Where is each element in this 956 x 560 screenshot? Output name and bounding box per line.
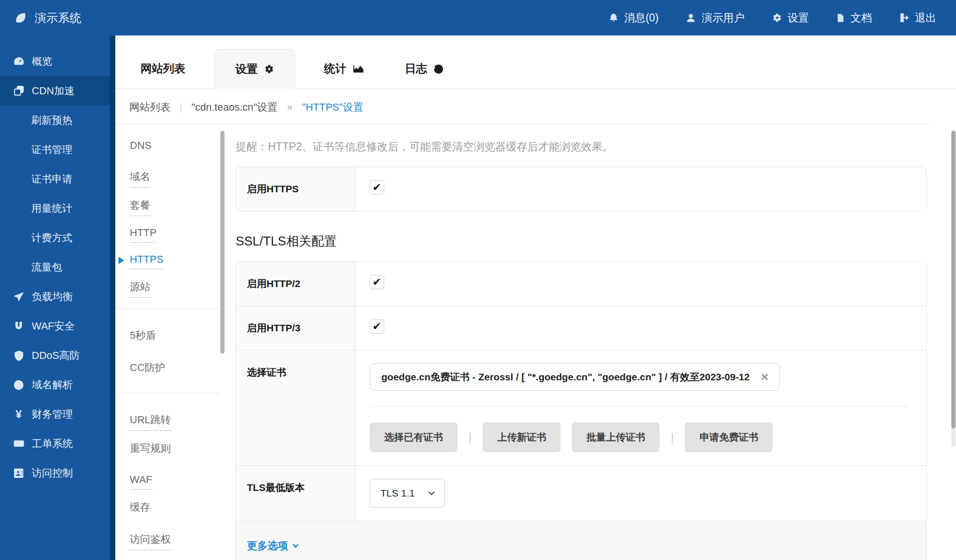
- sidebar-item-traffic-package[interactable]: 流量包: [0, 252, 110, 282]
- page-scrollbar[interactable]: [951, 131, 956, 428]
- globe-icon: [13, 379, 25, 391]
- sidebar-item-access-control[interactable]: 访问控制: [0, 458, 110, 488]
- main-content: 网站列表 设置 统计 日志 网站列表 | "cdn.teaos.cn"设置 » …: [115, 35, 956, 560]
- more-options-label: 更多选项: [247, 539, 288, 553]
- sidebar-item-cert-manage[interactable]: 证书管理: [0, 135, 110, 164]
- submenu-item-plan[interactable]: 套餐: [130, 198, 150, 216]
- submenu-item-domains[interactable]: 域名: [130, 170, 150, 188]
- logout-button[interactable]: 退出: [899, 11, 936, 25]
- checkmark-icon: ✔: [373, 320, 381, 333]
- brand[interactable]: 演示系统: [0, 10, 81, 26]
- breadcrumb: 网站列表 | "cdn.teaos.cn"设置 » "HTTPS"设置: [115, 89, 930, 125]
- submenu-item-dns[interactable]: DNS: [130, 140, 151, 155]
- submenu-item-url-redirect[interactable]: URL跳转: [130, 413, 171, 431]
- current-user-button[interactable]: 演示用户: [686, 11, 745, 25]
- sidebar-item-cdn[interactable]: CDN加速: [0, 76, 110, 105]
- sidebar-item-load-balancer[interactable]: 负载均衡: [0, 282, 110, 311]
- breadcrumb-https-settings[interactable]: "HTTPS"设置: [302, 100, 364, 114]
- submenu-item-5s-shield[interactable]: 5秒盾: [130, 329, 156, 346]
- tls-version-select[interactable]: TLS 1.1: [370, 479, 445, 508]
- submenu-item-origin[interactable]: 源站: [130, 280, 150, 298]
- https-settings-form: 提醒：HTTP2、证书等信息修改后，可能需要清空浏览器缓存后才能浏览效果。 启用…: [236, 123, 927, 560]
- sidebar-item-tickets[interactable]: 工单系统: [0, 429, 110, 458]
- logout-label: 退出: [915, 11, 936, 25]
- enable-https-row: 启用HTTPS ✔: [236, 167, 926, 211]
- magnet-icon: [13, 321, 25, 332]
- submenu-item-http[interactable]: HTTP: [130, 227, 156, 243]
- sidebar-item-cert-apply[interactable]: 证书申请: [0, 164, 110, 194]
- http3-value: ✔: [356, 306, 926, 350]
- page-scrollbar-track[interactable]: [951, 428, 956, 446]
- submenu-item-waf[interactable]: WAF: [130, 474, 152, 490]
- sidebar: 概览 CDN加速 刷新预热 证书管理 证书申请 用量统计 计费方式 流量包 负载…: [0, 35, 115, 560]
- cert-row: 选择证书 goedge.cn免费证书 - Zerossl / [ "*.goed…: [236, 350, 926, 465]
- http3-checkbox[interactable]: ✔: [370, 319, 384, 334]
- http2-row: 启用HTTP/2 ✔: [236, 262, 926, 306]
- breadcrumb-site-list[interactable]: 网站列表: [129, 100, 170, 114]
- cert-label: 选择证书: [236, 350, 356, 465]
- sidebar-item-waf[interactable]: WAF安全: [0, 311, 110, 341]
- select-existing-cert-button[interactable]: 选择已有证书: [370, 422, 457, 452]
- breadcrumb-site-settings[interactable]: "cdn.teaos.cn"设置: [191, 100, 277, 114]
- messages-button[interactable]: 消息(0): [609, 11, 659, 25]
- ticket-icon: [13, 438, 25, 449]
- submenu-item-https[interactable]: HTTPS: [130, 253, 163, 269]
- batch-upload-cert-button[interactable]: 批量上传证书: [572, 422, 660, 452]
- sidebar-item-label: 流量包: [31, 260, 62, 274]
- chevron-down-icon: [428, 491, 435, 496]
- leaf-logo-icon: [14, 12, 27, 24]
- more-options-link[interactable]: 更多选项: [247, 539, 299, 553]
- sidebar-item-overview[interactable]: 概览: [0, 47, 110, 76]
- submenu-item-auth[interactable]: 访问鉴权: [130, 532, 171, 550]
- sidebar-item-ddos[interactable]: DDoS高防: [0, 341, 110, 370]
- tls-label: TLS最低版本: [236, 466, 356, 521]
- sidebar-item-purge[interactable]: 刷新预热: [0, 105, 110, 135]
- enable-https-checkbox[interactable]: ✔: [370, 180, 384, 195]
- tab-label: 网站列表: [141, 61, 185, 76]
- bell-icon: [609, 13, 619, 23]
- brand-label: 演示系统: [35, 10, 81, 26]
- cert-button-row: 选择已有证书 | 上传新证书 批量上传证书 | 申请免费证书: [370, 422, 907, 452]
- cdn-icon: [13, 85, 25, 97]
- tab-settings[interactable]: 设置: [214, 49, 295, 89]
- docs-label: 文档: [851, 11, 872, 25]
- submenu-item-cc-protect[interactable]: CC防护: [130, 361, 165, 378]
- certificate-chip[interactable]: goedge.cn免费证书 - Zerossl / [ "*.goedge.cn…: [370, 364, 780, 391]
- http3-row: 启用HTTP/3 ✔: [236, 306, 926, 350]
- breadcrumb-pipe: |: [180, 102, 182, 113]
- topbar-menu: 消息(0) 演示用户 设置 文档 退出: [609, 11, 956, 25]
- apply-free-cert-button[interactable]: 申请免费证书: [685, 422, 773, 452]
- sidebar-item-finance[interactable]: ¥ 财务管理: [0, 399, 110, 429]
- remove-certificate-icon[interactable]: ×: [761, 372, 768, 382]
- upload-new-cert-button[interactable]: 上传新证书: [483, 422, 561, 452]
- tab-stats[interactable]: 统计: [313, 49, 376, 88]
- logout-icon: [899, 13, 909, 23]
- settings-submenu: DNS 域名 套餐 HTTP HTTPS 源站 5秒盾 CC防护 URL跳转 重…: [130, 140, 219, 560]
- submenu-item-cache[interactable]: 缓存: [130, 500, 150, 518]
- settings-button[interactable]: 设置: [772, 11, 809, 25]
- messages-label: 消息(0): [624, 11, 659, 25]
- docs-button[interactable]: 文档: [836, 11, 872, 25]
- user-icon: [686, 13, 696, 23]
- gear-icon: [772, 13, 782, 23]
- submenu-item-rewrite-rules[interactable]: 重写规则: [130, 441, 171, 459]
- submenu-scrollbar[interactable]: [220, 131, 225, 354]
- id-card-icon: [13, 468, 25, 479]
- tab-site-list[interactable]: 网站列表: [129, 49, 197, 88]
- sidebar-item-dns-resolve[interactable]: 域名解析: [0, 370, 110, 399]
- tab-label: 日志: [405, 61, 427, 76]
- sidebar-item-label: 财务管理: [32, 407, 73, 421]
- sidebar-item-label: 计费方式: [31, 231, 72, 245]
- tab-logs[interactable]: 日志: [394, 49, 455, 88]
- http2-checkbox[interactable]: ✔: [370, 275, 384, 289]
- notice-text: 提醒：HTTP2、证书等信息修改后，可能需要清空浏览器缓存后才能浏览效果。: [236, 140, 927, 154]
- cert-value: goedge.cn免费证书 - Zerossl / [ "*.goedge.cn…: [356, 350, 926, 465]
- sidebar-item-label: 用量统计: [31, 202, 72, 216]
- chevron-down-icon: [292, 544, 299, 548]
- document-icon: [836, 13, 845, 23]
- checkmark-icon: ✔: [373, 276, 381, 288]
- sidebar-item-billing-method[interactable]: 计费方式: [0, 223, 110, 252]
- settings-main-row: DNS 域名 套餐 HTTP HTTPS 源站 5秒盾 CC防护 URL跳转 重…: [115, 123, 956, 560]
- history-icon: [433, 63, 444, 74]
- sidebar-item-usage-stats[interactable]: 用量统计: [0, 194, 110, 223]
